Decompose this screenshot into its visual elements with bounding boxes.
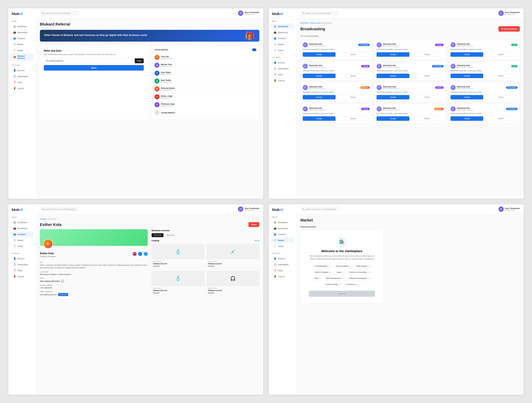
sidebar-item-market-3[interactable]: 🛒Market	[10, 238, 34, 243]
interest-admin-support[interactable]: Admin & Support ✕	[313, 270, 333, 275]
accept-btn-6[interactable]: Accept	[450, 74, 483, 78]
tab-backend[interactable]: Back-end	[165, 233, 176, 237]
sidebar-item-market-4[interactable]: 🛒Market	[270, 238, 295, 243]
tag-close-va[interactable]: ✕	[349, 265, 351, 267]
sidebar-item-invites-4[interactable]: 📩Invites	[270, 244, 295, 249]
sidebar-item-faqs-2[interactable]: ❓FAQs	[270, 72, 295, 77]
tag-close-arch[interactable]: ✕	[356, 283, 358, 286]
sidebar-item-logout-2[interactable]: 🚪Log out	[270, 78, 295, 83]
breadcrumb-contacts-link[interactable]: Contacts	[40, 218, 46, 220]
interest-finance[interactable]: Finance & Accounting ✕	[347, 270, 371, 275]
tag-close-as[interactable]: ✕	[329, 271, 331, 273]
accept-btn-9[interactable]: Accept	[450, 95, 483, 99]
sidebar-item-dashboard-4[interactable]: 🏠Dashboard	[270, 220, 295, 225]
search-bar-4[interactable]: 🔍 search for services, e.g Photographer	[300, 207, 339, 211]
sidebar-item-referral-1[interactable]: 🎁Blukard Referral	[10, 53, 34, 61]
search-bar-2[interactable]: 🔍 search for name of broadcaster	[300, 11, 339, 16]
sidebar-item-businesses-3[interactable]: 💼Businesses	[10, 226, 34, 231]
decline-btn-3[interactable]: Decline	[484, 52, 518, 57]
sidebar-item-logout-1[interactable]: 🚪Log out	[10, 85, 34, 91]
see-all-link[interactable]: See all	[254, 240, 259, 241]
sidebar-item-subscription-2[interactable]: 📋Subscription	[270, 66, 295, 71]
tag-close-finance[interactable]: ✕	[367, 271, 369, 273]
sidebar-item-invites-3[interactable]: 📩Invites	[10, 244, 34, 249]
continue-button[interactable]: Continue	[309, 291, 375, 297]
decline-btn-1[interactable]: Decline	[337, 52, 370, 57]
sidebar-item-faqs-3[interactable]: ❓FAQs	[10, 268, 34, 273]
sidebar-item-account-4[interactable]: 👤Account	[270, 256, 295, 261]
interest-software-dev[interactable]: Software Development ✕	[347, 276, 372, 281]
interest-legal[interactable]: Legal ✕	[335, 270, 346, 275]
sidebar-item-dashboard-3[interactable]: 🏠Dashboard	[10, 220, 34, 225]
twitter-icon[interactable]: 🐦	[144, 252, 148, 256]
decline-btn-4[interactable]: Decline	[337, 74, 370, 78]
tag-close-webdev[interactable]: ✕	[342, 277, 343, 280]
decline-btn-6[interactable]: Decline	[484, 74, 518, 78]
delete-button[interactable]: Delete	[248, 222, 259, 227]
decline-btn-12[interactable]: Decline	[484, 116, 518, 121]
sidebar-item-contacts-3[interactable]: 👥Contacts	[10, 232, 34, 237]
copy-button[interactable]: Copy	[135, 58, 144, 63]
tab-frontend[interactable]: Front-end	[152, 233, 164, 237]
sidebar-item-account-3[interactable]: 👤Account	[10, 256, 34, 261]
interest-web-dev[interactable]: Web Development ✕	[324, 276, 346, 281]
sidebar-item-contacts-2[interactable]: 👥Contacts	[270, 36, 295, 41]
decline-btn-7[interactable]: Decline	[337, 95, 370, 99]
breadcrumb-link-2[interactable]: Dashboard / Favorite cards /	[300, 22, 321, 24]
tag-close-da[interactable]: ✕	[368, 265, 370, 267]
sidebar-item-contacts-1[interactable]: 👥Contacts	[10, 36, 34, 41]
send-mail-button[interactable]: Send mail	[58, 293, 68, 296]
sidebar-item-logout-3[interactable]: 🚪Log out	[10, 274, 34, 279]
interest-data-analysis[interactable]: Data Analysis ✕	[354, 264, 372, 268]
sidebar-item-subscription-3[interactable]: 📋Subscription	[10, 262, 34, 267]
sidebar-item-invites-2[interactable]: 📩Invites	[270, 48, 295, 53]
decline-btn-10[interactable]: Decline	[337, 116, 370, 121]
sidebar-item-account-1[interactable]: 👤Account	[10, 68, 34, 73]
search-bar-3[interactable]: 🔍 search for services, e.g Photographer	[40, 207, 79, 211]
sidebar-item-contacts-4[interactable]: 👥Contacts	[270, 232, 295, 237]
tag-close-it-admin[interactable]: ✕	[328, 265, 330, 267]
decline-btn-9[interactable]: Decline	[484, 95, 518, 99]
chat-row[interactable]: Start chatting with Esther 💬	[40, 280, 148, 283]
sidebar-item-market-1[interactable]: 🛒Market	[10, 42, 34, 47]
accept-btn-3[interactable]: Accept	[450, 52, 483, 57]
sidebar-item-market-2[interactable]: 🛒Market	[270, 42, 295, 47]
end-broadcast-button[interactable]: 📡 End broadcast	[499, 26, 520, 32]
search-bar-1[interactable]: 🔍 search for name of broadcaster	[40, 11, 79, 16]
sidebar-item-businesses-2[interactable]: 💼Businesses	[270, 30, 295, 35]
sidebar-item-logout-4[interactable]: 🚪Log out	[270, 274, 295, 279]
sidebar-item-subscription-1[interactable]: 📋Subscription	[10, 74, 34, 79]
accept-btn-10[interactable]: Accept	[303, 116, 336, 121]
decline-btn-8[interactable]: Decline	[411, 95, 443, 99]
interest-virtual-assistant[interactable]: Virtual Assistant ✕	[334, 264, 353, 268]
instagram-icon[interactable]: 📸	[133, 252, 137, 256]
interest-product-design[interactable]: Product Design ✕	[324, 282, 343, 287]
tag-close-softdev[interactable]: ✕	[368, 277, 370, 280]
tag-close-pd[interactable]: ✕	[339, 283, 341, 286]
accept-btn-4[interactable]: Accept	[303, 74, 336, 78]
sidebar-item-dashboard-1[interactable]: 🏠Dashboard	[10, 24, 34, 29]
sidebar-item-businesses-4[interactable]: 💼Businesses	[270, 226, 295, 231]
interest-it-admin[interactable]: IT Administration ✕	[312, 264, 332, 268]
interest-architecture[interactable]: Architecture ✕	[344, 282, 360, 287]
accept-btn-12[interactable]: Accept	[450, 116, 483, 121]
decline-btn-5[interactable]: Decline	[411, 74, 443, 78]
share-button[interactable]: Share	[44, 65, 144, 71]
accept-btn-11[interactable]: Accept	[377, 116, 409, 121]
sidebar-item-faqs-1[interactable]: ❓FAQs	[10, 80, 34, 85]
sidebar-item-businesses-1[interactable]: 💼Businesses	[10, 30, 34, 35]
accept-btn-2[interactable]: Accept	[377, 52, 409, 57]
accept-btn-1[interactable]: Accept	[303, 52, 336, 57]
sidebar-item-invites-1[interactable]: 📩Invites	[10, 48, 34, 53]
decline-btn-11[interactable]: Decline	[411, 116, 443, 121]
decline-btn-2[interactable]: Decline	[411, 52, 443, 57]
accept-btn-7[interactable]: Accept	[303, 95, 336, 99]
sidebar-item-subscription-4[interactable]: 📋Subscription	[270, 262, 295, 267]
accept-btn-5[interactable]: Accept	[377, 74, 409, 78]
facebook-icon[interactable]: f	[138, 252, 142, 256]
interest-chef[interactable]: Chef ✕	[312, 276, 323, 281]
sidebar-item-dashboard-2[interactable]: 🏠Dashboard	[270, 24, 295, 29]
sidebar-item-faqs-4[interactable]: ❓FAQs	[270, 268, 295, 273]
tag-close-chef[interactable]: ✕	[319, 277, 321, 280]
social-icons[interactable]: 📸 f 🐦	[133, 252, 148, 256]
